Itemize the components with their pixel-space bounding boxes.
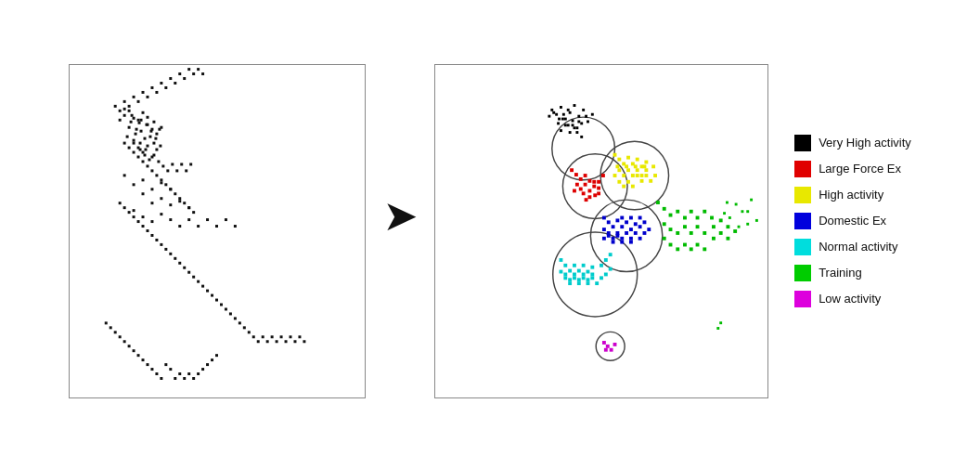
svg-rect-253 <box>636 174 639 177</box>
svg-rect-150 <box>299 335 302 338</box>
svg-rect-69 <box>187 218 190 221</box>
svg-rect-99 <box>151 85 154 88</box>
svg-rect-109 <box>197 68 200 71</box>
svg-rect-90 <box>192 211 195 214</box>
svg-rect-65 <box>151 220 154 223</box>
legend-color-high <box>794 187 811 203</box>
svg-rect-184 <box>555 112 558 115</box>
svg-rect-230 <box>573 189 576 192</box>
svg-rect-125 <box>183 266 186 268</box>
svg-rect-58 <box>151 202 154 204</box>
svg-rect-52 <box>133 183 135 186</box>
legend-label-normal: Normal activity <box>819 240 897 254</box>
svg-rect-47 <box>175 169 178 172</box>
svg-rect-293 <box>560 258 563 262</box>
svg-rect-317 <box>600 276 603 280</box>
svg-rect-123 <box>174 256 176 259</box>
svg-rect-87 <box>178 197 181 200</box>
svg-rect-176 <box>215 354 218 357</box>
svg-rect-199 <box>585 114 587 117</box>
legend-label-very-high: Very High activity <box>819 136 911 150</box>
svg-rect-330 <box>703 209 706 213</box>
svg-rect-122 <box>169 252 172 254</box>
svg-rect-241 <box>618 168 622 172</box>
svg-rect-80 <box>147 164 149 167</box>
svg-rect-116 <box>142 225 145 228</box>
svg-rect-364 <box>606 344 610 347</box>
svg-rect-255 <box>645 174 649 177</box>
svg-rect-329 <box>696 215 700 219</box>
svg-rect-352 <box>733 229 737 233</box>
svg-rect-37 <box>126 135 129 137</box>
svg-rect-311 <box>573 276 576 280</box>
svg-rect-7 <box>156 132 159 135</box>
svg-rect-15 <box>142 150 145 153</box>
svg-rect-144 <box>271 335 274 338</box>
svg-rect-269 <box>629 228 633 231</box>
svg-rect-313 <box>582 276 586 280</box>
svg-rect-362 <box>726 201 729 203</box>
svg-rect-356 <box>746 222 749 225</box>
legend: Very High activityLarge Force ExHigh act… <box>794 135 911 335</box>
svg-rect-234 <box>618 157 622 161</box>
svg-rect-314 <box>587 281 590 285</box>
svg-rect-228 <box>588 195 592 199</box>
svg-rect-342 <box>663 236 666 240</box>
svg-rect-19 <box>128 125 131 128</box>
svg-rect-154 <box>114 331 117 333</box>
legend-item-low: Low activity <box>794 291 911 307</box>
svg-rect-302 <box>568 278 572 281</box>
legend-item-normal: Normal activity <box>794 239 911 255</box>
svg-rect-44 <box>162 164 165 167</box>
svg-rect-265 <box>612 225 615 228</box>
svg-rect-104 <box>174 82 176 85</box>
svg-rect-268 <box>625 220 628 224</box>
svg-rect-112 <box>123 206 126 209</box>
svg-rect-160 <box>142 358 145 361</box>
svg-rect-130 <box>206 289 209 292</box>
svg-rect-159 <box>137 354 140 357</box>
svg-rect-35 <box>153 120 156 123</box>
svg-rect-117 <box>147 229 149 232</box>
svg-rect-295 <box>568 268 572 272</box>
svg-rect-70 <box>197 225 200 228</box>
svg-rect-208 <box>562 112 565 115</box>
svg-rect-118 <box>151 233 154 236</box>
svg-rect-218 <box>592 184 596 188</box>
svg-rect-156 <box>123 340 126 343</box>
svg-rect-111 <box>119 202 122 204</box>
svg-rect-21 <box>139 141 142 144</box>
svg-rect-195 <box>567 124 570 126</box>
svg-rect-276 <box>629 236 633 240</box>
svg-rect-252 <box>631 184 635 188</box>
svg-rect-348 <box>703 247 706 251</box>
svg-rect-204 <box>578 120 581 123</box>
svg-rect-353 <box>735 202 738 205</box>
svg-rect-261 <box>643 164 647 168</box>
svg-rect-43 <box>158 160 161 163</box>
svg-rect-289 <box>602 236 606 240</box>
svg-rect-365 <box>610 347 613 351</box>
svg-rect-148 <box>290 335 292 338</box>
svg-rect-370 <box>716 327 719 330</box>
svg-point-180 <box>591 200 663 271</box>
clustered-plot-box <box>434 64 768 398</box>
legend-label-low: Low activity <box>819 292 881 306</box>
svg-rect-367 <box>604 347 608 351</box>
svg-rect-233 <box>613 152 617 156</box>
svg-rect-59 <box>161 197 163 200</box>
svg-rect-38 <box>133 141 135 144</box>
svg-rect-307 <box>591 272 595 276</box>
svg-rect-0 <box>123 113 126 116</box>
svg-rect-292 <box>638 215 642 219</box>
svg-rect-300 <box>591 265 595 268</box>
svg-rect-331 <box>710 215 714 219</box>
svg-rect-91 <box>114 104 117 107</box>
svg-rect-51 <box>123 174 126 176</box>
svg-rect-131 <box>211 293 213 296</box>
svg-rect-48 <box>180 163 183 165</box>
svg-rect-336 <box>690 231 693 235</box>
svg-rect-366 <box>613 342 617 345</box>
svg-rect-223 <box>588 189 592 192</box>
svg-rect-95 <box>133 95 135 98</box>
